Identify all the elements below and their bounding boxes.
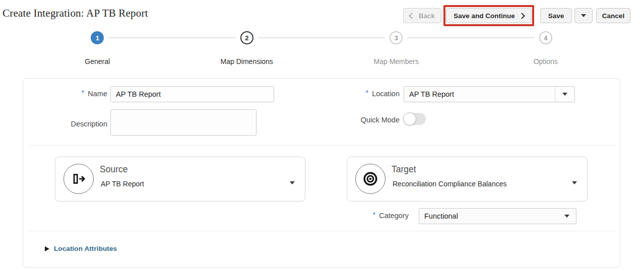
cancel-button[interactable]: Cancel [596,8,630,23]
step-map-dimensions[interactable]: 2 Map Dimensions [172,31,322,65]
location-dropdown[interactable]: AP TB Report [404,86,575,102]
save-and-continue-button[interactable]: Save and Continue [446,8,532,23]
caret-down-icon [562,93,567,96]
location-attributes-label: Location Attributes [54,245,117,252]
caret-down-icon [564,215,569,218]
chevron-right-icon [519,13,525,19]
location-label: *Location [305,90,400,98]
disclosure-triangle-icon [45,246,49,251]
wizard-stepper: 1 General 2 Map Dimensions 3 Map Members… [23,31,620,65]
name-input[interactable] [110,86,274,102]
step-map-members[interactable]: 3 Map Members [321,31,471,65]
general-form-panel: *Name Description *Location AP TB Report… [23,78,620,268]
description-label: Description [23,120,107,128]
step-options[interactable]: 4 Options [471,31,621,65]
section-divider [28,145,615,146]
caret-down-icon[interactable] [290,181,295,184]
step-2-circle: 2 [240,31,253,44]
quick-mode-label: Quick Mode [305,116,400,124]
target-title: Target [392,164,416,175]
step-1-label: General [85,57,110,65]
step-3-circle: 3 [390,31,403,44]
step-4-circle: 4 [539,31,552,44]
step-1-circle: 1 [91,31,104,44]
location-attributes-expander[interactable]: Location Attributes [45,245,117,252]
category-value: Functional [419,212,564,220]
caret-down-icon[interactable] [572,181,577,184]
source-icon [63,164,94,194]
page-title: Create Integration: AP TB Report [3,7,148,20]
target-value: Reconciliation Compliance Balances [393,180,506,188]
source-selector-card[interactable]: Source AP TB Report [55,157,305,201]
chevron-left-icon [409,13,415,19]
source-value: AP TB Report [101,180,144,188]
category-label: *Category [314,212,409,220]
required-asterisk: * [373,211,375,219]
toggle-knob [403,112,416,125]
save-button[interactable]: Save [540,8,572,23]
step-2-label: Map Dimensions [221,57,273,65]
step-3-label: Map Members [374,57,419,65]
annotation-highlight-box: Save and Continue [443,5,534,26]
location-value: AP TB Report [404,90,555,98]
required-asterisk: * [82,89,84,97]
save-dropdown-button[interactable] [574,8,593,23]
step-4-label: Options [534,57,558,65]
target-selector-card[interactable]: Target Reconciliation Compliance Balance… [347,157,588,201]
create-integration-page: Create Integration: AP TB Report Back Sa… [0,0,644,270]
category-dropdown[interactable]: Functional [419,208,576,224]
section-divider [28,231,615,231]
description-input[interactable] [110,109,256,136]
quick-mode-toggle[interactable] [404,113,426,125]
required-asterisk: * [366,89,368,97]
location-dropdown-button[interactable] [555,87,574,102]
target-icon [355,164,385,194]
back-button[interactable]: Back [403,8,441,23]
step-general[interactable]: 1 General [23,31,172,65]
source-title: Source [100,164,127,175]
caret-down-icon [581,14,586,17]
name-label: *Name [23,90,107,98]
